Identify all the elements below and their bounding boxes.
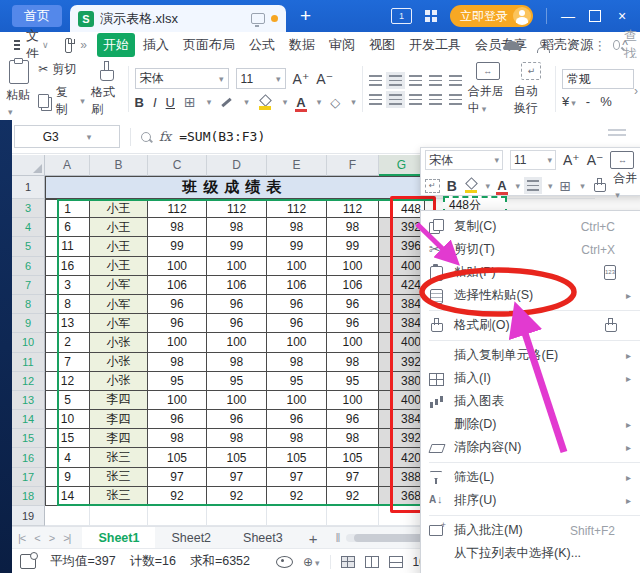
eye-mode-button[interactable]: ⊕▾ [303, 555, 320, 569]
cell-G16[interactable]: 420 [379, 448, 425, 467]
cell-C12[interactable]: 95 [148, 372, 207, 391]
menu-item-sort[interactable]: 排序(U)▸ [421, 489, 640, 512]
cell-D18[interactable]: 92 [207, 487, 267, 506]
row-header-11[interactable]: 11 [12, 353, 45, 372]
collapse-ribbon-icon[interactable]: ^ [622, 38, 628, 52]
increase-indent-icon[interactable] [449, 75, 462, 86]
wrap-text-button[interactable]: ↵ 自动换行 [514, 62, 549, 117]
cell-B12[interactable]: 小张 [90, 372, 148, 391]
ribbon-expand-icon[interactable]: › [634, 84, 638, 98]
mini-fill-color-icon[interactable] [464, 178, 477, 193]
column-header-B[interactable]: B [90, 155, 148, 176]
cell-B15[interactable]: 李四 [90, 429, 148, 448]
mini-format-painter-icon[interactable] [592, 178, 607, 193]
cell-E11[interactable]: 98 [267, 353, 327, 372]
paste123-icon[interactable] [603, 265, 619, 280]
cell-E7[interactable]: 106 [267, 276, 327, 295]
cell-D4[interactable]: 98 [207, 218, 267, 237]
cell-F15[interactable]: 98 [327, 429, 379, 448]
cell-E13[interactable]: 100 [267, 391, 327, 410]
mini-font-size-select[interactable]: 11▾ [510, 150, 556, 170]
cell-F5[interactable]: 99 [327, 237, 379, 256]
cell-C17[interactable]: 97 [148, 468, 207, 487]
decrease-indent-icon[interactable] [429, 75, 442, 86]
row-header-14[interactable]: 14 [12, 410, 45, 429]
row-header-13[interactable]: 13 [12, 391, 45, 410]
cell-B9[interactable]: 小军 [90, 314, 148, 333]
formula-bar-resize-handle[interactable] [608, 129, 626, 131]
cell-G17[interactable]: 388 [379, 468, 425, 487]
row-header-5[interactable]: 5 [12, 237, 45, 256]
row-header-7[interactable]: 7 [12, 276, 45, 295]
cell-D11[interactable]: 98 [207, 353, 267, 372]
add-sheet-button[interactable]: + [309, 530, 318, 547]
cell-B3[interactable]: 小王 [90, 199, 148, 218]
cell-A13[interactable]: 5 [45, 391, 90, 410]
cell-G6[interactable]: 400 [379, 257, 425, 276]
cell-D6[interactable]: 100 [207, 257, 267, 276]
cell-C16[interactable]: 105 [148, 448, 207, 467]
cell-B10[interactable]: 小张 [90, 333, 148, 352]
column-header-C[interactable]: C [148, 155, 207, 176]
cell-A10[interactable]: 2 [45, 333, 90, 352]
cell-C18[interactable]: 92 [148, 487, 207, 506]
cell-C9[interactable]: 96 [148, 314, 207, 333]
align-middle-icon[interactable] [389, 75, 402, 86]
clear-format-icon[interactable]: ◇ [330, 95, 340, 110]
row-header-16[interactable]: 16 [12, 448, 45, 467]
row-header-1[interactable]: 1 [12, 176, 45, 199]
ribbon-tab-数据[interactable]: 数据 [283, 33, 321, 57]
menu-item-copy[interactable]: 复制(C)Ctrl+C [421, 215, 640, 238]
align-top-icon[interactable] [369, 75, 382, 86]
scroll-split-handle[interactable]: ‖ [335, 531, 340, 545]
cell-B11[interactable]: 小张 [90, 353, 148, 372]
cell-A17[interactable]: 9 [45, 468, 90, 487]
scrollbar-thumb[interactable] [354, 534, 424, 542]
cell-A7[interactable]: 3 [45, 276, 90, 295]
row-header-4[interactable]: 4 [12, 218, 45, 237]
cell-A15[interactable]: 15 [45, 429, 90, 448]
cell-A12[interactable]: 12 [45, 372, 90, 391]
cell-D15[interactable]: 98 [207, 429, 267, 448]
invite-user-icon[interactable] [536, 39, 550, 52]
menu-item-paste[interactable]: 粘贴(P) [421, 261, 640, 284]
cell-C11[interactable]: 98 [148, 353, 207, 372]
cell-E15[interactable]: 98 [267, 429, 327, 448]
cell-E5[interactable]: 99 [267, 237, 327, 256]
sheet-nav-first-icon[interactable]: |< [18, 532, 25, 544]
cell-empty[interactable] [148, 506, 207, 526]
cell-A3[interactable]: 1 [45, 199, 90, 218]
window-list-icon[interactable]: 1 [391, 8, 412, 24]
page-layout-view-icon[interactable] [365, 556, 379, 568]
row-header-17[interactable]: 17 [12, 468, 45, 487]
cell-D8[interactable]: 96 [207, 295, 267, 314]
grow-font-button[interactable]: A⁺ [293, 71, 310, 87]
cloud-sync-icon[interactable] [504, 41, 520, 50]
sheet-tab-Sheet1[interactable]: Sheet1 [82, 527, 155, 549]
cell-E4[interactable]: 98 [267, 218, 327, 237]
cell-F9[interactable]: 96 [327, 314, 379, 333]
cell-C8[interactable]: 96 [148, 295, 207, 314]
cell-E18[interactable]: 92 [267, 487, 327, 506]
name-box[interactable]: G3 ▾ [14, 125, 120, 148]
sheet-tab-Sheet2[interactable]: Sheet2 [155, 527, 227, 549]
percent-button[interactable]: % [600, 94, 612, 109]
sheet-nav-last-icon[interactable]: >| [63, 532, 70, 544]
new-tab-button[interactable]: + [300, 5, 311, 27]
menu-item-delete[interactable]: 删除(D)▸ [421, 413, 640, 436]
format-painter-button[interactable]: 格式刷 [91, 61, 122, 118]
more-options-icon[interactable]: ⋮ [593, 38, 606, 53]
cut-button[interactable]: ✂剪切 [38, 61, 85, 78]
cell-A18[interactable]: 14 [45, 487, 90, 506]
login-button[interactable]: 立即登录 [450, 5, 533, 27]
cell-D14[interactable]: 96 [207, 410, 267, 429]
merge-center-button[interactable]: ↔ 合并居中▾ [468, 62, 508, 117]
home-button[interactable]: 首页 [12, 5, 62, 27]
fill-color-icon[interactable] [258, 95, 272, 110]
cell-D9[interactable]: 96 [207, 314, 267, 333]
document-tab[interactable]: S 演示表格.xlsx [70, 5, 286, 32]
ribbon-tab-开发工具[interactable]: 开发工具 [403, 33, 467, 57]
workspace-grid-icon[interactable] [425, 10, 437, 22]
cell-F17[interactable]: 97 [327, 468, 379, 487]
cell-B14[interactable]: 李四 [90, 410, 148, 429]
